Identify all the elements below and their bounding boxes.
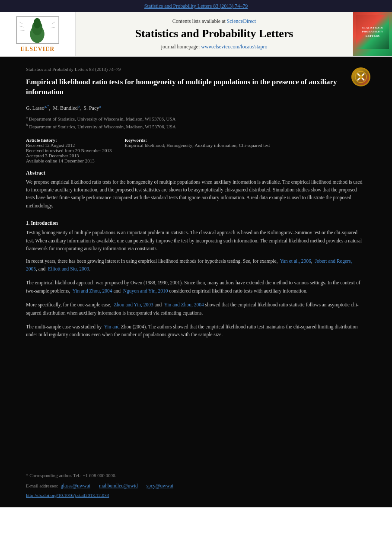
article-keywords: Keywords: Empirical likelihood; Homogene… (125, 137, 270, 163)
ref-yin-and[interactable]: Yin and (104, 324, 120, 329)
authors-line: G. Lassoa,*, M. Bundledb, S. Pacya (26, 104, 366, 111)
body-block-5: The multi-sample case was studied by Yin… (26, 323, 366, 339)
crossmark-badge[interactable] (351, 67, 370, 86)
ref-yin-zhou-2004b[interactable]: Yin and Zhou, 2004 (164, 302, 204, 307)
contents-available-line: Contents lists available at ScienceDirec… (172, 18, 256, 25)
svg-line-5 (19, 22, 22, 24)
article-journal-info: Statistics and Probability Letters 83 (2… (26, 66, 366, 73)
body-block-2: In recent years, there has been growing … (26, 257, 366, 273)
svg-line-6 (19, 26, 23, 27)
article-title: Empirical likelihood ratio tests for hom… (26, 77, 366, 98)
journal-cover-image: STATISTICS &PROBABILITYLETTERS (353, 12, 392, 56)
elsevier-logo-section: ELSEVIER (0, 12, 76, 56)
email-1: E-mail addresses: glasss@uwwai (26, 482, 90, 489)
journal-homepage-line: journal homepage: www.elsevier.com/locat… (161, 44, 268, 50)
abstract-section: Abstract We propose empirical likelihood… (26, 169, 366, 210)
body-block-1: 1. Introduction Testing homogeneity of m… (26, 219, 366, 253)
email-3: spcy@uwwai (147, 482, 173, 489)
svg-line-9 (51, 27, 55, 28)
article-history: Article history: Received 12 August 2012… (26, 137, 112, 163)
svg-line-7 (19, 30, 24, 30)
main-content-area: Statistics and Probability Letters 83 (2… (0, 57, 392, 468)
author3: S. Pacy (83, 105, 99, 111)
ref-elliott-2009[interactable]: Elliott and Siu, 2009 (48, 266, 89, 271)
journal-header: ELSEVIER Contents lists available at Sci… (0, 12, 392, 57)
journal-volume-link[interactable]: Statistics and Probability Letters 83 (2… (144, 3, 248, 9)
journal-homepage-link[interactable]: www.elsevier.com/locate/stapro (201, 44, 267, 50)
doi-link[interactable]: http://dx.doi.org/10.1016/j.statl2013.12… (26, 493, 109, 498)
ref-yin-zhou-2004[interactable]: Yin and Zhou, 2004 (73, 288, 112, 293)
svg-point-3 (34, 18, 41, 28)
journal-title: Statistics and Probability Letters (135, 27, 293, 40)
email-link-2[interactable]: mahbundlec@uwid (99, 483, 138, 488)
email-link-1[interactable]: glasss@uwwai (61, 483, 90, 488)
cover-text: STATISTICS &PROBABILITYLETTERS (362, 26, 383, 38)
ref-zhou-yin-2003[interactable]: Zhou and Yin, 2003 (114, 302, 153, 307)
author2: M. Bundled (53, 105, 77, 111)
crossmark-icon (354, 70, 367, 83)
email-link-3[interactable]: spcy@uwwai (147, 483, 173, 488)
ref-nguyen-yin-2010[interactable]: Nguyen and Yin, 2010 (123, 288, 168, 293)
doi-line: http://dx.doi.org/10.1016/j.statl2013.12… (26, 492, 366, 499)
body-block-4: More specifically, for the one-sample ca… (26, 301, 366, 317)
crossmark-circle (351, 67, 370, 86)
emails-row: E-mail addresses: glasss@uwwai mahbundle… (26, 482, 366, 489)
top-bar: Statistics and Probability Letters 83 (2… (0, 0, 392, 12)
journal-cover-inner: STATISTICS &PROBABILITYLETTERS (356, 15, 389, 49)
body-block-3: The empirical likelihood approach was pr… (26, 279, 366, 295)
svg-line-8 (52, 22, 55, 24)
science-direct-link[interactable]: ScienceDirect (227, 18, 256, 24)
svg-point-11 (359, 75, 363, 79)
elsevier-brand-label: ELSEVIER (21, 46, 55, 53)
email-1-wrapper: * Corresponding author. Tel.: +1 608 000… (26, 472, 116, 479)
elsevier-tree-icon (14, 16, 61, 44)
affiliation-a: a Department of Statistics, University o… (26, 115, 366, 121)
journal-title-area: Contents lists available at ScienceDirec… (76, 12, 353, 56)
article-info-box: Article history: Received 12 August 2012… (26, 137, 366, 163)
ref-yan-2006[interactable]: Yan et al., 2006 (280, 258, 311, 264)
author1: G. Lasso (26, 105, 45, 111)
email-2: mahbundlec@uwid (99, 482, 138, 489)
footer-section: * Corresponding author. Tel.: +1 608 000… (0, 468, 392, 507)
affiliation-b: b Department of Statistics, University o… (26, 123, 366, 129)
email-section: * Corresponding author. Tel.: +1 608 000… (26, 472, 366, 479)
